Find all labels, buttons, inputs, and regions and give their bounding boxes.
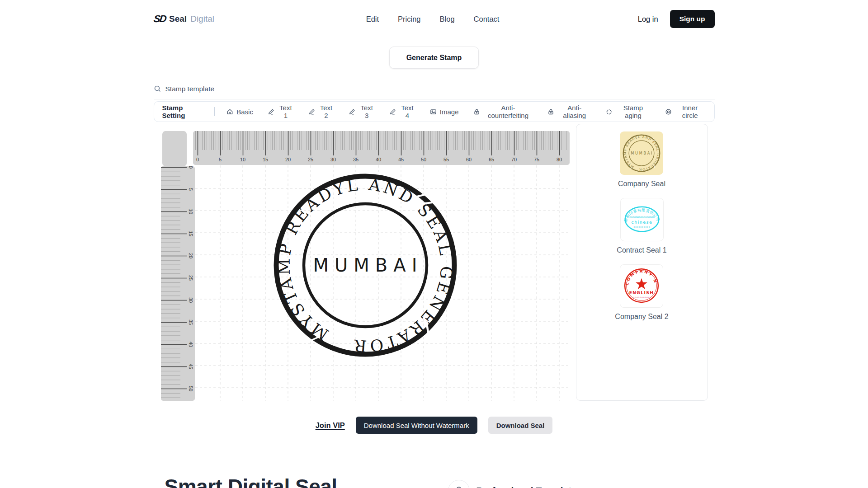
svg-text:45: 45 <box>398 157 403 162</box>
login-link[interactable]: Log in <box>638 15 658 23</box>
svg-text:35: 35 <box>353 157 358 162</box>
logo-suffix: Digital <box>190 14 214 24</box>
tab-anti-counterfeiting[interactable]: Anti-counterfeiting <box>466 102 541 122</box>
tab-text-3[interactable]: Text 3 <box>341 102 382 122</box>
pen-icon <box>308 108 315 115</box>
workspace: MYSTAMP READYL AND SEAL GENERATOR MUMBAI <box>154 124 715 401</box>
tab-label: Anti-counterfeiting <box>483 104 533 119</box>
company-seal-2-preview: COMPANY NAME ENGLISH 0000000000 <box>621 265 662 307</box>
svg-text:75: 75 <box>533 157 539 162</box>
svg-text:5: 5 <box>218 157 221 162</box>
tab-label: Stamp aging <box>616 104 651 119</box>
stamp-preview <box>274 175 456 356</box>
pen-icon <box>349 108 355 115</box>
feature-title: Professional Templates <box>476 485 582 488</box>
tab-inner-circle[interactable]: Inner circle <box>658 102 712 122</box>
download-seal-button[interactable]: Download Seal <box>488 417 553 434</box>
svg-text:10: 10 <box>188 209 193 214</box>
tab-label: Text 3 <box>359 104 375 119</box>
logo-name: Seal <box>169 14 187 24</box>
svg-text:5: 5 <box>188 188 193 191</box>
header: SD Seal Digital Edit Pricing Blog Contac… <box>0 0 868 38</box>
bottom-heading: Smart Digital Seal <box>165 474 337 488</box>
template-contract-seal-1[interactable]: 刻制印章有限责任公司 0000000000000000 chinese 0000… <box>617 198 666 254</box>
join-vip-link[interactable]: Join VIP <box>316 421 345 430</box>
svg-text:10: 10 <box>240 157 245 162</box>
divider <box>214 107 215 116</box>
inner-circle-icon <box>665 108 672 115</box>
contract-seal-bottom-text: 0000000000 <box>633 226 650 228</box>
logo[interactable]: SD Seal Digital <box>154 13 214 25</box>
generate-stamp-button[interactable]: Generate Stamp <box>389 47 479 69</box>
contract-seal-center-text: chinese <box>631 220 652 225</box>
search-placeholder: Stamp template <box>165 85 215 93</box>
nav-edit[interactable]: Edit <box>366 15 379 23</box>
tab-image[interactable]: Image <box>423 102 466 122</box>
pen-icon <box>268 108 274 115</box>
contract-seal-serial: 0000000000000000 <box>629 216 655 219</box>
template-panel: Company Seal 刻制印章有限责任公司 0000000000000000… <box>576 124 708 401</box>
svg-text:0: 0 <box>196 157 198 162</box>
svg-text:55: 55 <box>443 157 448 162</box>
feature-icon-circle <box>448 480 470 488</box>
stamp-template-search[interactable]: Stamp template <box>154 79 715 99</box>
template-thumbnail: COMPANY NAME ENGLISH 0000000000 <box>620 264 663 308</box>
svg-text:20: 20 <box>285 157 290 162</box>
search-icon <box>154 85 161 93</box>
signup-button[interactable]: Sign up <box>670 10 715 28</box>
nav-blog[interactable]: Blog <box>440 15 455 23</box>
main-nav: Edit Pricing Blog Contact <box>366 0 500 38</box>
home-icon <box>226 108 233 115</box>
image-icon <box>430 108 437 115</box>
svg-text:65: 65 <box>488 157 494 162</box>
svg-text:80: 80 <box>556 157 561 162</box>
canvas-area: MYSTAMP READYL AND SEAL GENERATOR MUMBAI <box>161 131 570 403</box>
svg-text:60: 60 <box>466 157 471 162</box>
professional-templates-feature: Professional Templates <box>448 480 582 488</box>
stamp-canvas[interactable]: MYSTAMP READYL AND SEAL GENERATOR MUMBAI <box>161 131 570 401</box>
svg-text:70: 70 <box>511 157 516 162</box>
contract-seal-preview: 刻制印章有限责任公司 0000000000000000 chinese 0000… <box>621 199 663 240</box>
nav-contact[interactable]: Contact <box>474 15 500 23</box>
company-seal-2-center-text: ENGLISH <box>629 291 654 295</box>
tab-label: Text 2 <box>318 104 335 119</box>
svg-text:50: 50 <box>188 386 193 391</box>
tab-anti-aliasing[interactable]: Anti-aliasing <box>540 102 599 122</box>
page: SD Seal Digital Edit Pricing Blog Contac… <box>0 0 868 488</box>
template-company-seal[interactable]: Company Seal <box>618 131 665 188</box>
tab-label: Text 4 <box>399 104 415 119</box>
tab-text-2[interactable]: Text 2 <box>301 102 342 122</box>
download-actions: Join VIP Download Seal Without Watermark… <box>154 417 715 434</box>
lock-icon <box>547 108 554 115</box>
tab-basic[interactable]: Basic <box>219 102 260 122</box>
canvas-grid <box>195 165 570 401</box>
tab-label: Inner circle <box>675 104 705 119</box>
stamp-icon <box>454 486 464 488</box>
template-label: Contract Seal 1 <box>617 246 666 254</box>
svg-text:15: 15 <box>262 157 268 162</box>
download-without-watermark-button[interactable]: Download Seal Without Watermark <box>356 417 477 434</box>
svg-text:25: 25 <box>307 157 313 162</box>
template-company-seal-2[interactable]: COMPANY NAME ENGLISH 0000000000 Company … <box>615 264 668 321</box>
auth-area: Log in Sign up <box>638 10 715 28</box>
svg-text:20: 20 <box>188 253 193 258</box>
svg-text:30: 30 <box>188 297 193 303</box>
svg-text:40: 40 <box>375 157 381 162</box>
tab-text-4[interactable]: Text 4 <box>382 102 423 122</box>
tab-label: Basic <box>236 108 253 116</box>
svg-text:50: 50 <box>420 157 426 162</box>
tab-label: Anti-aliasing <box>557 104 591 119</box>
svg-text:25: 25 <box>188 275 193 281</box>
sparkle-icon <box>606 108 613 115</box>
svg-text:45: 45 <box>188 364 193 369</box>
svg-text:35: 35 <box>188 319 193 325</box>
pen-icon <box>389 108 396 115</box>
tab-stamp-aging[interactable]: Stamp aging <box>599 102 658 122</box>
ruler-corner <box>162 131 187 166</box>
template-thumbnail <box>620 131 663 175</box>
tab-text-1[interactable]: Text 1 <box>260 102 301 122</box>
template-thumbnail: 刻制印章有限责任公司 0000000000000000 chinese 0000… <box>620 198 664 241</box>
nav-pricing[interactable]: Pricing <box>398 15 420 23</box>
lock-icon <box>473 108 480 115</box>
svg-text:0: 0 <box>188 166 193 169</box>
